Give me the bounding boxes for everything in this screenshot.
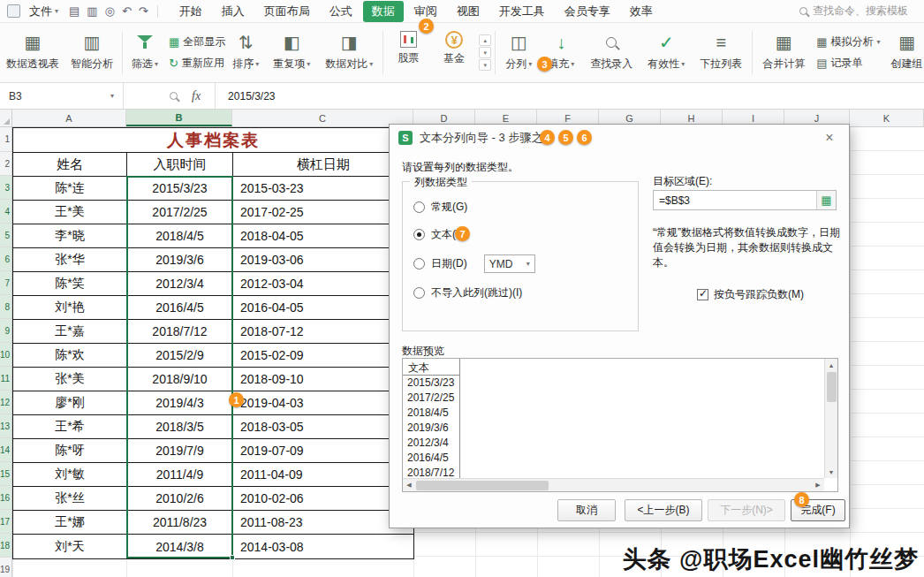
undo-icon[interactable]: ↶ bbox=[118, 4, 135, 18]
toolbar-item-下拉列表[interactable]: ≡下拉列表 bbox=[692, 23, 750, 82]
scroll-right-icon[interactable]: ▶ bbox=[812, 479, 824, 491]
toolbar-item-筛选[interactable]: 筛选▾ bbox=[125, 23, 165, 82]
row-header-19[interactable]: 19 bbox=[0, 558, 11, 577]
cell[interactable]: 刘*敏 bbox=[13, 463, 127, 487]
cell[interactable]: 2019/3/6 bbox=[127, 248, 233, 272]
toolbar-item-分列[interactable]: ◫分列▾ bbox=[497, 23, 540, 82]
row-header-1[interactable]: 1 bbox=[0, 127, 11, 152]
cell[interactable]: 2015/3/23 bbox=[127, 177, 233, 201]
toolbar-item-查找录入[interactable]: 查找录入 bbox=[582, 23, 640, 82]
cell[interactable]: 2018-07-12 bbox=[233, 320, 413, 344]
cell[interactable]: 2011/4/9 bbox=[127, 463, 233, 487]
toolbar-item-记录单[interactable]: ▤记录单 bbox=[816, 56, 880, 71]
cell[interactable]: 2015/2/9 bbox=[127, 344, 233, 368]
row-header-7[interactable]: 7 bbox=[0, 271, 11, 295]
row-header-5[interactable]: 5 bbox=[0, 224, 11, 247]
cell[interactable]: 张*美 bbox=[13, 368, 127, 391]
column-header-B[interactable]: B bbox=[126, 110, 232, 126]
tab-会员专享[interactable]: 会员专享 bbox=[556, 1, 619, 22]
cell[interactable]: 廖*刚 bbox=[13, 391, 127, 415]
cell[interactable]: 2016/4/5 bbox=[127, 296, 233, 320]
tab-视图[interactable]: 视图 bbox=[448, 1, 489, 22]
dialog-titlebar[interactable]: S 文本分列向导 - 3 步骤之 3 × bbox=[390, 125, 849, 151]
row-header-18[interactable]: 18 bbox=[0, 534, 11, 558]
cell[interactable]: 2018/9/10 bbox=[127, 368, 233, 391]
header-cell-姓名[interactable]: 姓名 bbox=[13, 153, 127, 177]
tab-数据[interactable]: 数据 bbox=[363, 1, 404, 22]
scroll-down-icon[interactable]: ▼ bbox=[825, 466, 837, 478]
file-menu-button[interactable]: 文件 ▾ bbox=[24, 4, 64, 19]
cell[interactable]: 2017/2/25 bbox=[127, 201, 233, 224]
trailing-minus-checkbox[interactable]: 按负号跟踪负数(M) bbox=[697, 287, 804, 302]
print-icon[interactable]: ▥ bbox=[83, 4, 101, 18]
redo-icon[interactable]: ↷ bbox=[135, 4, 152, 18]
tab-公式[interactable]: 公式 bbox=[321, 1, 361, 22]
cell[interactable]: 王*嘉 bbox=[13, 320, 127, 344]
magnifier-icon[interactable] bbox=[170, 92, 178, 100]
tab-插入[interactable]: 插入 bbox=[213, 1, 254, 22]
cell[interactable]: 陈*连 bbox=[13, 177, 127, 201]
print-preview-icon[interactable]: ◎ bbox=[102, 4, 118, 18]
row-header-13[interactable]: 13 bbox=[0, 414, 11, 438]
tab-开发工具[interactable]: 开发工具 bbox=[490, 1, 554, 22]
toolbar-item-有效性[interactable]: ✓有效性▾ bbox=[640, 23, 692, 82]
cell[interactable]: 刘*艳 bbox=[13, 296, 127, 320]
row-header-14[interactable]: 14 bbox=[0, 438, 11, 462]
radio-常规(G)[interactable]: 常规(G) bbox=[413, 200, 631, 215]
preview-column-type[interactable]: 文本 bbox=[403, 359, 459, 376]
radio-不导入此列(跳过)(I)[interactable]: 不导入此列(跳过)(I) bbox=[413, 285, 631, 300]
cell[interactable]: 张*丝 bbox=[13, 487, 127, 511]
cell[interactable]: 2010/2/6 bbox=[127, 487, 233, 511]
cell[interactable]: 2011/8/23 bbox=[127, 511, 233, 535]
row-header-10[interactable]: 10 bbox=[0, 343, 11, 367]
cell[interactable]: 2018-09-10 bbox=[233, 368, 413, 391]
header-cell-入职时间[interactable]: 入职时间 bbox=[127, 153, 233, 177]
toolbar-item-创建组[interactable]: ▦创建组 bbox=[881, 23, 924, 82]
cell[interactable]: 2014-03-08 bbox=[233, 535, 413, 558]
toolbar-item-数据透视表[interactable]: ▦数据透视表 bbox=[2, 23, 64, 82]
select-all-corner[interactable] bbox=[0, 110, 12, 126]
save-icon[interactable]: ▤ bbox=[65, 4, 83, 18]
column-header-C[interactable]: C bbox=[232, 110, 413, 126]
cell[interactable]: 王*娜 bbox=[13, 511, 127, 535]
scroll-up-icon[interactable]: ▲ bbox=[825, 359, 837, 371]
tab-页面布局[interactable]: 页面布局 bbox=[255, 1, 319, 22]
row-header-6[interactable]: 6 bbox=[0, 247, 11, 271]
cell[interactable]: 2018/3/5 bbox=[127, 415, 233, 439]
scrollbar-thumb[interactable] bbox=[827, 372, 837, 402]
cell[interactable]: 2017-02-25 bbox=[233, 201, 413, 224]
cell[interactable]: 张*华 bbox=[13, 248, 127, 272]
column-header-K[interactable]: K bbox=[850, 110, 924, 126]
cell[interactable]: 2019/4/3 bbox=[127, 391, 233, 415]
cell[interactable]: 2016-04-05 bbox=[233, 296, 413, 320]
cell[interactable]: 王*希 bbox=[13, 415, 127, 439]
cell[interactable]: 2010-02-06 bbox=[233, 487, 413, 511]
header-cell-横杠日期[interactable]: 横杠日期 bbox=[233, 153, 413, 177]
cell[interactable]: 陈*呀 bbox=[13, 439, 127, 463]
cell[interactable]: 王*美 bbox=[13, 201, 127, 224]
fill-handle[interactable] bbox=[230, 555, 235, 560]
cell[interactable]: 2015-03-23 bbox=[233, 177, 413, 201]
toolbar-item-模拟分析[interactable]: ▦模拟分析▾ bbox=[816, 34, 880, 49]
toolbar-item-重新应用[interactable]: ↻重新应用 bbox=[169, 56, 225, 71]
cell[interactable]: 2019-07-09 bbox=[233, 439, 413, 463]
scrollbar-thumb[interactable] bbox=[416, 481, 549, 490]
formula-input[interactable]: 2015/3/23 bbox=[216, 90, 287, 102]
cell[interactable]: 2015-02-09 bbox=[233, 344, 413, 368]
row-header-9[interactable]: 9 bbox=[0, 319, 11, 343]
row-header-8[interactable]: 8 bbox=[0, 295, 11, 319]
insert-function-icon[interactable]: fx bbox=[192, 89, 201, 103]
cell[interactable]: 2012/3/4 bbox=[127, 272, 233, 296]
row-header-15[interactable]: 15 bbox=[0, 462, 11, 486]
cell[interactable]: 2012-03-04 bbox=[233, 272, 413, 296]
toolbar-item-基金[interactable]: ¥基金 bbox=[431, 23, 477, 82]
previous-step-button[interactable]: <上一步(B) bbox=[625, 499, 702, 521]
cell[interactable]: 2011-04-09 bbox=[233, 463, 413, 487]
row-header-4[interactable]: 4 bbox=[0, 200, 11, 224]
radio-日期(D)[interactable]: 日期(D)YMD▾ bbox=[413, 254, 631, 273]
cell[interactable]: 2018-03-05 bbox=[233, 415, 413, 439]
column-header-A[interactable]: A bbox=[12, 110, 126, 126]
toolbar-item-填充[interactable]: ↓填充▾ bbox=[540, 23, 582, 82]
preview-horizontal-scrollbar[interactable]: ◀ ▶ bbox=[403, 478, 824, 491]
cell[interactable]: 陈*笑 bbox=[13, 272, 127, 296]
